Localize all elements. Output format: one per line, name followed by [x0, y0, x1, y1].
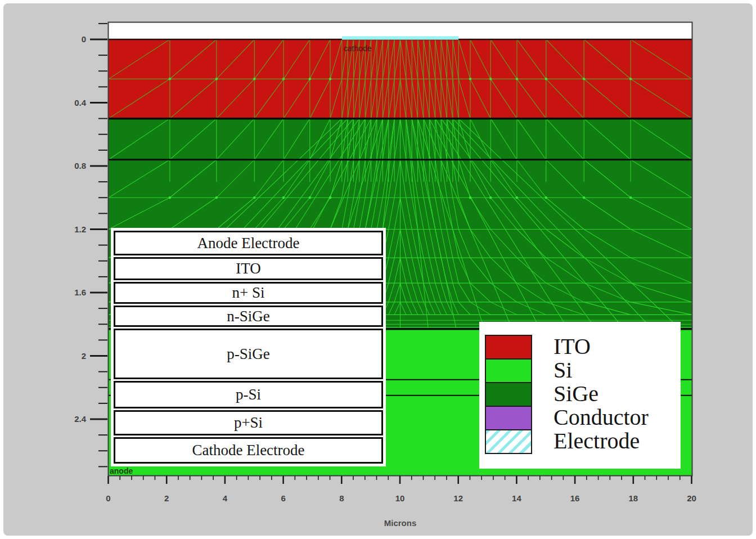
legend-swatch-ito	[485, 335, 532, 360]
legend-label: ITO	[554, 335, 591, 358]
legend-item-electrode: Electrode	[485, 429, 681, 453]
tcad-mesh-screenshot: { "figure": { "xlabel": "Microns", "x_ti…	[0, 0, 756, 539]
layer-table-row-n-sige: n-SiGe	[114, 306, 383, 327]
legend-label: SiGe	[554, 382, 598, 406]
legend-label: Electrode	[554, 429, 640, 453]
legend-swatch-conductor	[485, 406, 532, 430]
layer-table-row-p-si: p-Si	[114, 381, 383, 408]
cathode-label: cathode	[344, 44, 372, 53]
legend-label: Si	[554, 358, 572, 382]
legend-swatch-electrode	[485, 429, 532, 454]
layer-table-row-p-sige: p-SiGe	[114, 329, 383, 379]
layer-table-row-pplus-si: p+Si	[114, 410, 383, 435]
legend-swatch-sige	[485, 382, 532, 407]
legend-item-si: Si	[485, 358, 681, 382]
layer-table-row-nplus-si: n+ Si	[114, 282, 383, 303]
legend-item-sige: SiGe	[485, 382, 681, 406]
material-legend: ITO Si SiGe Conductor Electrode	[479, 322, 681, 469]
legend-item-ito: ITO	[485, 335, 681, 358]
legend-item-conductor: Conductor	[485, 406, 681, 429]
layer-table-row-anode-electrode: Anode Electrode	[114, 231, 383, 255]
layer-table-row-ito: ITO	[114, 257, 383, 280]
legend-swatch-si	[485, 358, 532, 383]
x-axis-title: Microns	[109, 518, 692, 528]
anode-label: anode	[110, 466, 133, 475]
layer-stack-table: Anode Electrode ITO n+ Si n-SiGe p-SiGe …	[111, 228, 386, 466]
legend-label: Conductor	[554, 406, 649, 429]
cathode-electrode-strip	[342, 36, 458, 39]
layer-table-row-cathode-electrode: Cathode Electrode	[114, 437, 383, 464]
